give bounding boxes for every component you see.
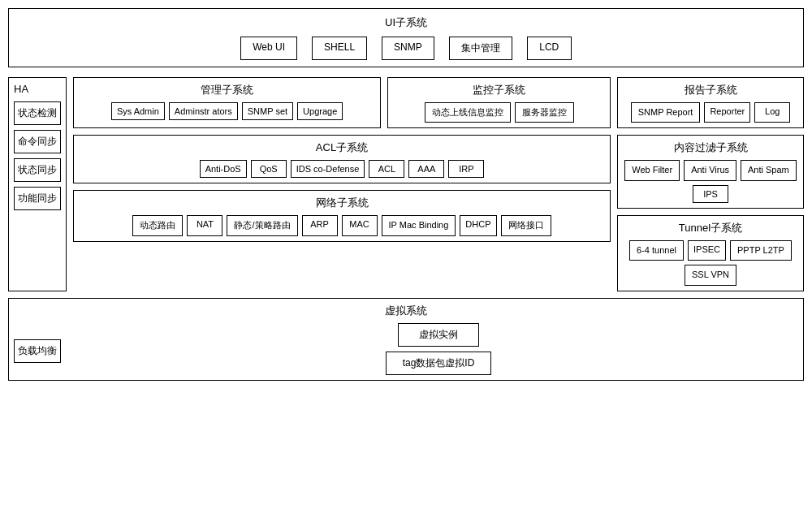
ha-cmd-sync: 命令同步 xyxy=(14,130,61,153)
virtual-right: 虚拟实例 tag数据包虚拟ID xyxy=(79,323,798,375)
monitor-title: 监控子系统 xyxy=(393,83,605,97)
mgmt-title: 管理子系统 xyxy=(79,83,375,97)
acl-qos: QoS xyxy=(251,160,287,178)
middle-top: 管理子系统 Sys Admin Adminstr ators SNMP set … xyxy=(73,77,611,128)
monitor-server: 服务器监控 xyxy=(515,102,574,123)
content-filter-title: 内容过滤子系统 xyxy=(623,140,798,155)
mgmt-upgrage: Upgrage xyxy=(297,102,343,120)
acl-aaa: AAA xyxy=(408,160,444,178)
network-dhcp: DHCP xyxy=(460,215,496,235)
tunnel-box: Tunnel子系统 6-4 tunnel IPSEC PPTP L2TP SSL… xyxy=(617,215,804,291)
tunnel-sslvpn: SSL VPN xyxy=(685,265,736,285)
monitor-dynamic: 动态上线信息监控 xyxy=(425,102,511,123)
mgmt-sysadmin: Sys Admin xyxy=(111,102,165,120)
virtual-instance: 虚拟实例 xyxy=(398,323,479,347)
ui-item-snmp: SNMP xyxy=(382,37,434,60)
right-column: 报告子系统 SNMP Report Reporter Log 内容过滤子系统 W… xyxy=(617,77,804,291)
report-title: 报告子系统 xyxy=(623,83,798,97)
ha-column: HA 状态检测 命令同步 状态同步 功能同步 xyxy=(8,77,67,291)
monitor-items: 动态上线信息监控 服务器监控 xyxy=(393,102,605,123)
acl-items: Anti-DoS QoS IDS co-Defense ACL AAA IRP xyxy=(79,160,605,178)
mgmt-snmpset: SNMP set xyxy=(242,102,293,120)
virtual-tag: tag数据包虚拟ID xyxy=(386,352,492,375)
acl-antidos: Anti-DoS xyxy=(200,160,247,178)
ui-system-box: UI子系统 Web UI SHELL SNMP 集中管理 LCD xyxy=(8,8,804,67)
virtual-left: 负载均衡 xyxy=(14,323,72,375)
tunnel-pptpl2tp: PPTP L2TP xyxy=(730,240,792,261)
acl-box: ACL子系统 Anti-DoS QoS IDS co-Defense ACL A… xyxy=(73,135,611,183)
ui-item-centralmgmt: 集中管理 xyxy=(449,37,512,60)
acl-title: ACL子系统 xyxy=(79,140,605,155)
virtual-section: 虚拟系统 负载均衡 虚拟实例 tag数据包虚拟ID xyxy=(8,298,804,381)
network-items: 动态路由 NAT 静态/策略路由 ARP MAC IP Mac Binding … xyxy=(79,215,605,235)
network-ipmacbinding: IP Mac Binding xyxy=(382,215,456,235)
main-section: HA 状态检测 命令同步 状态同步 功能同步 管理子系统 Sys Admin A… xyxy=(8,77,804,291)
tunnel-items: 6-4 tunnel IPSEC PPTP L2TP SSL VPN xyxy=(623,240,798,286)
cf-ips: IPS xyxy=(693,185,728,203)
middle-column: 管理子系统 Sys Admin Adminstr ators SNMP set … xyxy=(73,77,611,291)
mgmt-administrators: Adminstr ators xyxy=(169,102,238,120)
ui-item-webui: Web UI xyxy=(240,37,297,60)
acl-acl: ACL xyxy=(369,160,404,178)
network-box: 网络子系统 动态路由 NAT 静态/策略路由 ARP MAC IP Mac Bi… xyxy=(73,190,611,241)
tunnel-64: 6-4 tunnel xyxy=(629,240,684,261)
acl-idscodefense: IDS co-Defense xyxy=(291,160,365,178)
network-mac: MAC xyxy=(342,215,378,235)
ha-state-sync: 状态同步 xyxy=(14,158,61,182)
network-netinterface: 网络接口 xyxy=(501,215,551,235)
report-reporter: Reporter xyxy=(704,102,750,123)
virtual-load-balance: 负载均衡 xyxy=(14,339,61,363)
cf-antispam: Anti Spam xyxy=(741,160,797,180)
content-filter-box: 内容过滤子系统 Web Filter Anti Virus Anti Spam … xyxy=(617,135,804,208)
report-box: 报告子系统 SNMP Report Reporter Log xyxy=(617,77,804,128)
network-dynamic-route: 动态路由 xyxy=(132,215,183,235)
ha-title: HA xyxy=(14,83,61,95)
ha-func-sync: 功能同步 xyxy=(14,187,61,210)
report-snmpreport: SNMP Report xyxy=(631,102,701,123)
mgmt-box: 管理子系统 Sys Admin Adminstr ators SNMP set … xyxy=(73,77,381,128)
cf-webfilter: Web Filter xyxy=(624,160,680,180)
network-static-route: 静态/策略路由 xyxy=(227,215,297,235)
tunnel-ipsec: IPSEC xyxy=(688,240,726,261)
report-items: SNMP Report Reporter Log xyxy=(623,102,798,123)
mgmt-items: Sys Admin Adminstr ators SNMP set Upgrag… xyxy=(79,102,375,120)
network-title: 网络子系统 xyxy=(79,196,605,210)
ui-item-lcd: LCD xyxy=(527,37,572,60)
main-wrapper: UI子系统 Web UI SHELL SNMP 集中管理 LCD HA 状态检测… xyxy=(8,8,804,381)
content-filter-items: Web Filter Anti Virus Anti Spam IPS xyxy=(623,160,798,202)
virtual-title: 虚拟系统 xyxy=(14,304,798,318)
virtual-main: 负载均衡 虚拟实例 tag数据包虚拟ID xyxy=(14,323,798,375)
ui-system-items: Web UI SHELL SNMP 集中管理 LCD xyxy=(17,37,795,60)
cf-antivirus: Anti Virus xyxy=(684,160,736,180)
monitor-box: 监控子系统 动态上线信息监控 服务器监控 xyxy=(387,77,611,128)
network-arp: ARP xyxy=(302,215,338,235)
tunnel-title: Tunnel子系统 xyxy=(623,221,798,235)
acl-irp: IRP xyxy=(448,160,484,178)
ha-state-detect: 状态检测 xyxy=(14,101,61,125)
report-log: Log xyxy=(754,102,790,123)
network-nat: NAT xyxy=(187,215,222,235)
ui-item-shell: SHELL xyxy=(312,37,367,60)
ui-system-title: UI子系统 xyxy=(17,15,795,30)
